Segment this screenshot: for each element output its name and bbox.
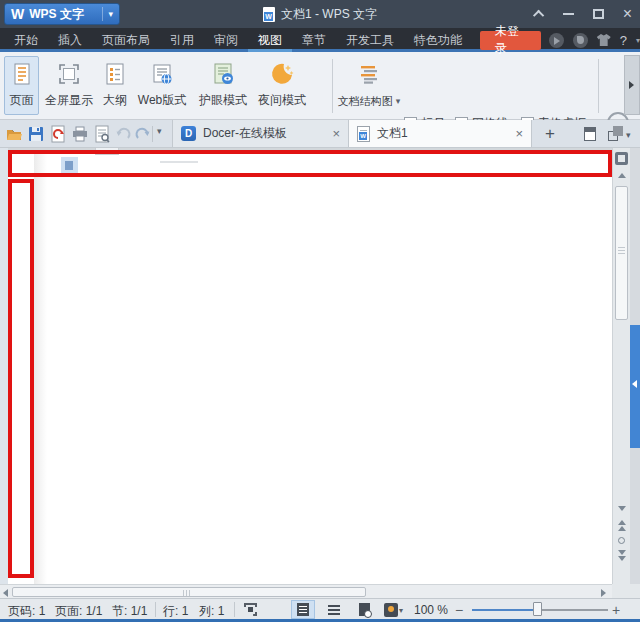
horizontal-scroll-thumb[interactable]	[12, 587, 366, 597]
word-document-icon: W	[357, 126, 370, 142]
tab-special-features[interactable]: 特色功能	[404, 28, 472, 52]
tips-caret-icon[interactable]: ▾	[399, 606, 403, 615]
zoom-out-button[interactable]: −	[455, 602, 463, 618]
fullscreen-button[interactable]: 全屏显示	[41, 56, 97, 115]
divider	[102, 7, 103, 21]
wps-logo-icon: W	[11, 7, 24, 21]
outline-view-mode-button[interactable]	[322, 600, 346, 619]
page-view-button[interactable]: 页面	[4, 56, 39, 115]
reading-view-mode-button[interactable]	[352, 600, 376, 619]
chevron-up-icon[interactable]	[533, 10, 544, 21]
skin-icon[interactable]	[597, 34, 611, 46]
wps-app-button[interactable]: W WPS 文字 ▾	[4, 3, 120, 25]
vertical-scroll-thumb[interactable]	[615, 186, 628, 320]
arrow-down-icon	[618, 506, 626, 511]
close-tab-icon[interactable]: ×	[332, 127, 340, 140]
zoom-slider-handle[interactable]	[533, 602, 542, 616]
ribbon-expand-handle[interactable]	[624, 55, 640, 115]
tab-review[interactable]: 审阅	[204, 28, 248, 52]
outline-view-button[interactable]: 大纲	[98, 56, 132, 115]
divider	[332, 59, 333, 113]
side-panel-handle[interactable]	[630, 325, 640, 448]
horizontal-scrollbar[interactable]	[0, 584, 612, 598]
login-button[interactable]: 未登录	[480, 31, 541, 50]
zoom-slider-fill	[472, 609, 536, 611]
window-controls: ×	[536, 0, 632, 28]
chevron-right-icon	[629, 81, 634, 89]
community-icon[interactable]	[549, 33, 564, 48]
toolbar-caret-icon[interactable]: ▾	[157, 126, 162, 136]
status-bar: 页码: 1 页面: 1/1 节: 1/1 行: 1 列: 1 ▾ 100 % −…	[0, 598, 640, 619]
tab-section[interactable]: 章节	[292, 28, 336, 52]
scroll-down-button[interactable]	[613, 506, 630, 511]
doc-tab-docer[interactable]: D Docer-在线模板 ×	[172, 120, 349, 147]
focus-mode-icon[interactable]	[244, 603, 257, 616]
document-area[interactable]	[0, 148, 640, 584]
column-status: 列: 1	[199, 603, 224, 620]
help-caret-icon[interactable]: ▾	[636, 36, 640, 45]
scroll-right-button[interactable]	[601, 589, 606, 597]
doc-tab-document1[interactable]: W 文档1 ×	[348, 120, 532, 147]
open-button[interactable]	[5, 125, 23, 143]
next-page-button[interactable]	[613, 550, 630, 561]
browse-object-icon	[618, 537, 625, 544]
docer-circle-icon[interactable]	[573, 33, 588, 48]
close-tab-icon[interactable]: ×	[515, 127, 523, 140]
line-status: 行: 1	[163, 603, 188, 620]
tab-view[interactable]: 视图	[248, 28, 292, 52]
menu-bar: 开始 插入 页面布局 引用 审阅 视图 章节 开发工具 特色功能 未登录 ? ▾	[0, 28, 640, 52]
tab-list-icon[interactable]	[584, 127, 596, 141]
tab-references[interactable]: 引用	[160, 28, 204, 52]
document-icon: W	[263, 7, 275, 22]
outline-view-mode-icon	[328, 605, 340, 615]
tab-options-caret-icon[interactable]: ▾	[626, 130, 631, 140]
close-icon[interactable]: ×	[623, 6, 632, 22]
web-layout-button[interactable]: Web版式	[133, 56, 191, 115]
divider	[598, 59, 599, 113]
pdf-icon	[49, 125, 67, 143]
help-icon[interactable]: ?	[620, 33, 627, 48]
redo-icon	[134, 125, 152, 143]
zoom-in-button[interactable]: +	[612, 602, 620, 618]
tab-home[interactable]: 开始	[4, 28, 48, 52]
maximize-icon[interactable]	[593, 9, 604, 19]
redo-button[interactable]	[134, 125, 152, 143]
save-button[interactable]	[27, 125, 45, 143]
web-layout-icon	[150, 62, 174, 86]
arrange-windows-icon[interactable]	[608, 126, 623, 141]
vertical-scrollbar[interactable]	[612, 148, 630, 584]
export-pdf-button[interactable]	[49, 125, 67, 143]
night-mode-icon	[270, 62, 294, 86]
document-map-button[interactable]: 文档结构图 ▾	[336, 56, 402, 115]
title-bar: W WPS 文字 ▾ W 文档1 - WPS 文字 ×	[0, 0, 640, 28]
toolbar-tab-row: ▾ D Docer-在线模板 × W 文档1 × + ▾	[0, 120, 640, 148]
tab-developer[interactable]: 开发工具	[336, 28, 404, 52]
divider	[155, 602, 156, 617]
scroll-left-button[interactable]	[3, 589, 8, 597]
tab-insert[interactable]: 插入	[48, 28, 92, 52]
wps-app-button-label: WPS 文字	[29, 6, 84, 23]
select-browse-object-button[interactable]	[613, 537, 630, 544]
outline-view-icon	[103, 62, 127, 86]
page-view-mode-icon	[297, 603, 309, 616]
chevron-down-icon: ▾	[396, 97, 401, 106]
undo-button[interactable]	[114, 125, 132, 143]
print-button[interactable]	[71, 125, 89, 143]
annotation-horizontal-ruler-highlight	[8, 150, 612, 177]
night-mode-button[interactable]: 夜间模式	[253, 56, 311, 115]
scroll-up-button[interactable]	[613, 173, 630, 178]
print-preview-button[interactable]	[93, 125, 111, 143]
page-view-mode-button[interactable]	[291, 600, 315, 619]
document-left-margin	[0, 148, 8, 584]
previous-page-button[interactable]	[613, 520, 630, 531]
minimize-icon[interactable]	[563, 13, 574, 15]
page-view-icon	[10, 62, 34, 86]
annotation-vertical-ruler-highlight	[8, 179, 34, 578]
wps-writer-window: W WPS 文字 ▾ W 文档1 - WPS 文字 × 开始 插入 页面布局 引…	[0, 0, 640, 622]
chevron-down-icon: ▾	[108, 10, 113, 19]
eye-protection-button[interactable]: 护眼模式	[194, 56, 252, 115]
ruler-toggle-button[interactable]	[613, 152, 630, 165]
window-right-edge	[630, 148, 640, 584]
tab-page-layout[interactable]: 页面布局	[92, 28, 160, 52]
new-tab-button[interactable]: +	[538, 122, 562, 145]
